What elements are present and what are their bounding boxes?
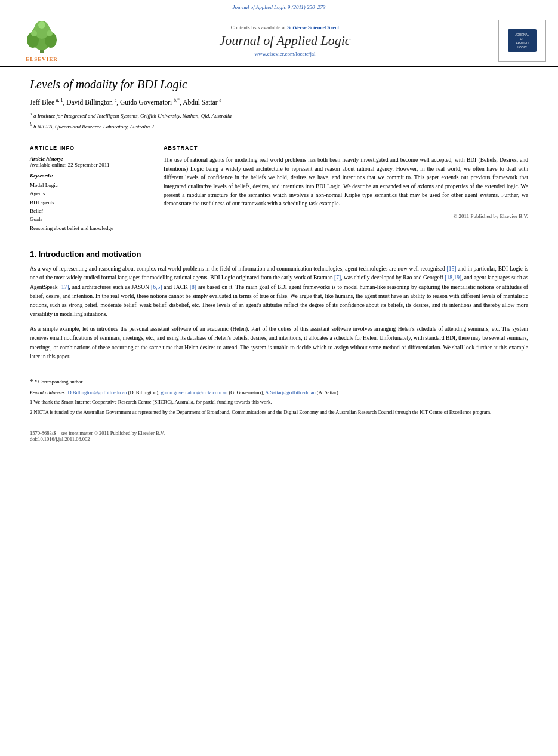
svg-text:OF: OF <box>520 37 525 41</box>
journal-url[interactable]: www.elsevier.com/locate/jal <box>72 51 498 57</box>
affiliation-b: b b NICTA, Queensland Research Laborator… <box>30 121 528 131</box>
article-info-panel: ARTICLE INFO Article history: Available … <box>30 145 149 232</box>
doi-line: doi:10.1016/j.jal.2011.08.002 <box>30 436 528 442</box>
sciverse-link[interactable]: SciVerse ScienceDirect <box>287 24 339 30</box>
affiliation-a: a a Institute for Integrated and Intelli… <box>30 110 528 121</box>
svg-point-5 <box>31 30 37 36</box>
article-info-heading: ARTICLE INFO <box>30 145 139 151</box>
ref-18-19: [18,19] <box>445 275 461 281</box>
corresponding-author-note: * * Corresponding author. <box>30 376 528 386</box>
bottom-bar: 1570-8683/$ – see front matter © 2011 Pu… <box>30 426 528 442</box>
svg-point-7 <box>38 21 45 29</box>
keyword-bdi-agents: BDI agents <box>30 198 139 207</box>
keywords-list: Modal Logic Agents BDI agents Belief Goa… <box>30 181 139 232</box>
journal-logo-right: JOURNAL OF APPLIED LOGIC <box>498 20 546 62</box>
keyword-reasoning: Reasoning about belief and knowledge <box>30 224 139 232</box>
article-history: Article history: Available online: 22 Se… <box>30 156 139 168</box>
journal-reference: Journal of Applied Logic 9 (2011) 250–27… <box>232 4 325 10</box>
email-line: E-mail addresses: <box>30 389 67 395</box>
paper-title: Levels of modality for BDI Logic <box>30 78 528 91</box>
keyword-goals: Goals <box>30 215 139 223</box>
abstract-text: The use of rational agents for modelling… <box>164 156 528 208</box>
footnote-1: 1 We thank the Smart Internet Cooperativ… <box>30 398 528 406</box>
main-content: Levels of modality for BDI Logic Jeff Bl… <box>0 67 558 454</box>
footnotes-section: * * Corresponding author. E-mail address… <box>30 371 528 416</box>
section1-para1: As a way of representing and reasoning a… <box>30 265 528 319</box>
keywords-section: Keywords: Modal Logic Agents BDI agents … <box>30 173 139 232</box>
copyright-line: © 2011 Published by Elsevier B.V. <box>164 213 528 219</box>
issn-line: 1570-8683/$ – see front matter © 2011 Pu… <box>30 430 528 436</box>
journal-header: ELSEVIER Contents lists available at Sci… <box>0 13 558 67</box>
section-divider <box>30 241 528 241</box>
journal-logo-icon: JOURNAL OF APPLIED LOGIC <box>507 29 537 53</box>
available-online: Available online: 22 September 2011 <box>30 162 139 168</box>
email-sattar[interactable]: A.Sattar@griffith.edu.au <box>265 389 315 395</box>
affiliations: a a Institute for Integrated and Intelli… <box>30 110 528 131</box>
abstract-heading: ABSTRACT <box>164 145 528 151</box>
keywords-label: Keywords: <box>30 173 139 179</box>
section1-para2: As a simple example, let us introduce th… <box>30 325 528 361</box>
abstract-section: ABSTRACT The use of rational agents for … <box>164 145 528 232</box>
top-bar: Journal of Applied Logic 9 (2011) 250–27… <box>0 0 558 13</box>
journal-title-header: Journal of Applied Logic <box>72 33 498 48</box>
ref-17: [17] <box>59 284 69 290</box>
ref-6-5: [6,5] <box>151 284 162 290</box>
elsevier-logo: ELSEVIER <box>12 19 72 62</box>
email-addresses-note: E-mail addresses: D.Billington@griffith.… <box>30 389 528 397</box>
footnote-2: 2 NICTA is funded by the Australian Gove… <box>30 408 528 416</box>
email-billington[interactable]: D.Billington@griffith.edu.au <box>67 389 127 395</box>
ref-7: [7] <box>334 275 341 281</box>
keyword-belief: Belief <box>30 207 139 215</box>
elsevier-brand-text: ELSEVIER <box>26 56 58 62</box>
section1-heading: 1. Introduction and motivation <box>30 250 528 259</box>
svg-point-6 <box>47 30 53 36</box>
svg-text:APPLIED: APPLIED <box>516 41 529 45</box>
svg-text:JOURNAL: JOURNAL <box>515 33 529 36</box>
elsevier-tree-icon <box>21 19 63 55</box>
keyword-modal-logic: Modal Logic <box>30 181 139 189</box>
ref-15: [15] <box>447 266 457 272</box>
article-info-abstract-section: ARTICLE INFO Article history: Available … <box>30 139 528 232</box>
history-label: Article history: <box>30 156 139 162</box>
keyword-agents: Agents <box>30 189 139 198</box>
email-governatori[interactable]: guido.governatori@nicta.com.au <box>161 389 227 395</box>
ref-8: [8] <box>190 284 196 290</box>
journal-center: Contents lists available at SciVerse Sci… <box>72 24 498 57</box>
svg-text:LOGIC: LOGIC <box>517 45 527 49</box>
sciverse-line: Contents lists available at SciVerse Sci… <box>72 24 498 30</box>
authors-line: Jeff Blee a, 1, David Billington a, Guid… <box>30 97 528 106</box>
